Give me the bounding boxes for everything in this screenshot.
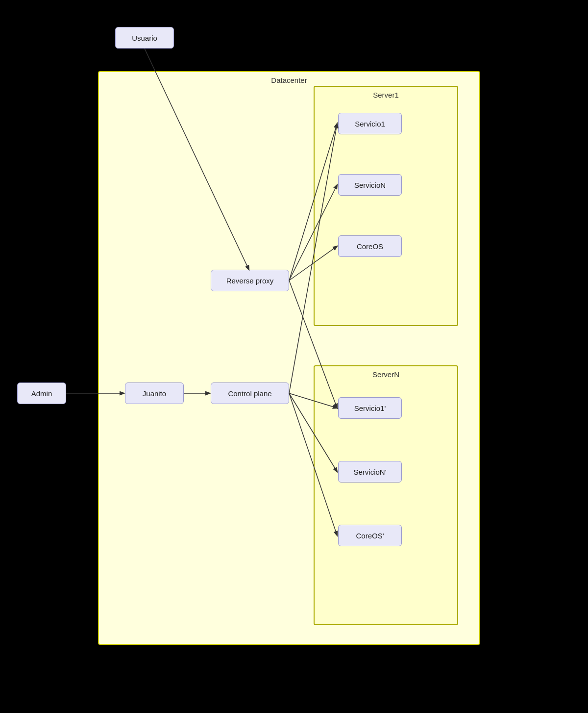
servicio1-node: Servicio1 bbox=[338, 113, 402, 134]
servicioN-node: ServicioN bbox=[338, 174, 402, 196]
usuario-node: Usuario bbox=[115, 27, 174, 49]
juanito-node: Juanito bbox=[125, 382, 184, 404]
coreOS-node: CoreOS bbox=[338, 235, 402, 257]
datacenter-label: Datacenter bbox=[271, 76, 307, 84]
server1-label: Server1 bbox=[373, 91, 399, 99]
reverse-proxy-node: Reverse proxy bbox=[211, 270, 289, 291]
control-plane-node: Control plane bbox=[211, 382, 289, 404]
serverN-label: ServerN bbox=[372, 370, 399, 379]
coreOSp-node: CoreOS' bbox=[338, 525, 402, 546]
servicioNp-node: ServicioN' bbox=[338, 461, 402, 483]
canvas: Datacenter Server1 ServerN Usuario Admin… bbox=[0, 0, 588, 713]
admin-node: Admin bbox=[17, 382, 66, 404]
servicio1p-node: Servicio1' bbox=[338, 397, 402, 419]
